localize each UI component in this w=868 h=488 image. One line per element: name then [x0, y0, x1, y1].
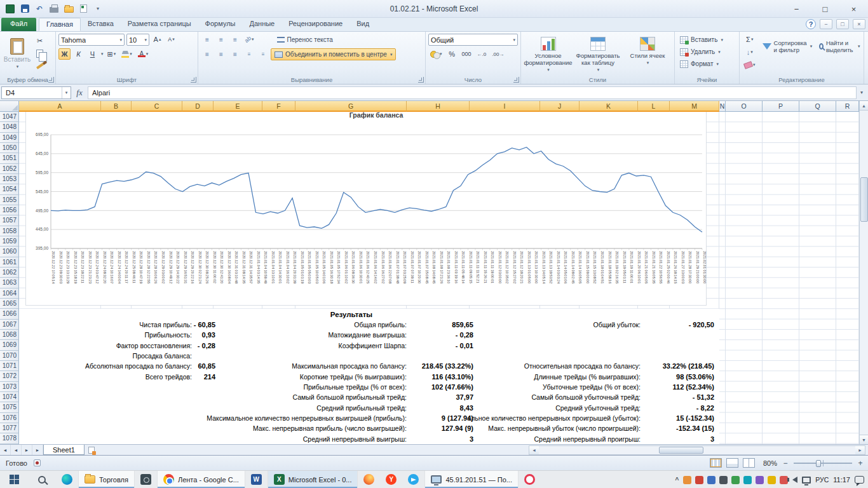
increase-decimal-button[interactable]: ←.0 [475, 48, 489, 60]
minimize-button[interactable]: − [782, 0, 811, 18]
row-header-1055[interactable]: 1055 [0, 195, 19, 205]
zoom-slider-thumb[interactable] [816, 460, 821, 467]
delete-cells-button[interactable]: Удалить▾ [677, 46, 736, 58]
fill-color-button[interactable]: ▾ [119, 48, 134, 60]
borders-button[interactable]: ⊞▾ [105, 48, 118, 60]
row-header-1048[interactable]: 1048 [0, 122, 19, 132]
zoom-in-button[interactable]: + [857, 459, 864, 468]
column-header-R[interactable]: R [836, 101, 859, 112]
network-icon[interactable] [802, 477, 811, 484]
scroll-right-icon[interactable]: ► [855, 446, 865, 454]
tray-app-orange-icon[interactable] [683, 476, 691, 484]
underline-arrow-icon[interactable]: ▾ [101, 51, 104, 57]
language-indicator[interactable]: РУС [815, 476, 829, 484]
column-header-C[interactable]: C [132, 101, 182, 112]
row-header-1070[interactable]: 1070 [0, 351, 19, 361]
tab-Вид[interactable]: Вид [349, 18, 376, 31]
copy-button[interactable] [34, 48, 46, 59]
row-header-1057[interactable]: 1057 [0, 215, 19, 226]
font-size-select[interactable]: 10 ▾ [126, 34, 149, 46]
first-sheet-icon[interactable]: ◄ [0, 445, 11, 455]
column-header-E[interactable]: E [214, 101, 262, 112]
save-icon[interactable] [20, 4, 30, 14]
column-header-Q[interactable]: Q [799, 101, 836, 112]
cut-button[interactable]: ✂ [34, 35, 46, 46]
new-sheet-icon[interactable] [78, 4, 88, 14]
taskbar-opera-button[interactable] [519, 471, 541, 488]
tray-app-yellow-icon[interactable] [768, 476, 776, 484]
balance-chart[interactable]: График баланса695,00645,00595,00545,0049… [25, 112, 707, 306]
percent-format-button[interactable]: % [446, 48, 458, 60]
help-icon[interactable]: ? [806, 19, 816, 29]
row-header-1064[interactable]: 1064 [0, 288, 19, 299]
close-button[interactable]: × [839, 0, 868, 18]
decrease-indent-button[interactable]: ≡ [243, 48, 255, 60]
maximize-button[interactable]: □ [811, 0, 839, 18]
row-header-1067[interactable]: 1067 [0, 320, 19, 330]
scroll-down-icon[interactable]: ▼ [860, 435, 868, 444]
currency-format-button[interactable]: ▾ [428, 48, 444, 60]
cell-styles-button[interactable]: Стили ячеек ▾ [623, 34, 672, 73]
horizontal-scrollbar[interactable]: ◄ ► [529, 445, 865, 455]
tab-Главная[interactable]: Главная [39, 18, 81, 31]
insert-cells-button[interactable]: Вставить▾ [677, 34, 736, 46]
find-select-button[interactable]: Найти и выделить ▾ [816, 34, 864, 59]
expand-formula-bar-icon[interactable]: ▾ [857, 86, 867, 99]
row-header-1063[interactable]: 1063 [0, 278, 19, 288]
alignment-dialog-launcher-icon[interactable] [418, 77, 424, 83]
number-format-select[interactable]: Общий ▾ [428, 34, 518, 46]
row-header-1065[interactable]: 1065 [0, 299, 19, 309]
page-break-view-button[interactable] [743, 458, 755, 468]
format-cells-button[interactable]: Формат▾ [677, 58, 736, 70]
tray-app-teal-icon[interactable] [743, 476, 752, 484]
name-box-arrow-icon[interactable]: ▾ [62, 87, 71, 98]
merge-center-button[interactable]: Объединить и поместить в центре ▾ [271, 48, 396, 60]
align-top-button[interactable]: ≡ [201, 34, 213, 45]
font-name-select[interactable]: Tahoma ▾ [58, 34, 125, 46]
paste-button[interactable]: Вставить ▾ [3, 34, 32, 73]
taskbar-excel-window-button[interactable]: XMicrosoft Excel - 0... [268, 471, 358, 488]
start-button[interactable] [0, 471, 28, 488]
number-dialog-launcher-icon[interactable] [513, 77, 519, 83]
tab-Разметка страницы[interactable]: Разметка страницы [121, 18, 198, 31]
increase-font-button[interactable]: А▴ [151, 34, 163, 45]
row-header-1075[interactable]: 1075 [0, 402, 19, 412]
row-header-1052[interactable]: 1052 [0, 164, 19, 174]
decrease-font-button[interactable]: А▾ [165, 34, 177, 45]
row-header-1073[interactable]: 1073 [0, 382, 19, 392]
tab-Вставка[interactable]: Вставка [81, 18, 121, 31]
taskbar-clock[interactable]: 11:17 [833, 476, 850, 484]
row-header-1072[interactable]: 1072 [0, 371, 19, 381]
row-header-1068[interactable]: 1068 [0, 330, 19, 340]
decrease-decimal-button[interactable]: .00→ [490, 48, 506, 60]
italic-button[interactable]: К [72, 48, 85, 60]
column-header-H[interactable]: H [407, 101, 470, 112]
taskbar-word-button[interactable]: W [245, 471, 268, 488]
align-bottom-button[interactable]: ≡ [229, 34, 241, 45]
scroll-up-icon[interactable]: ▲ [860, 101, 868, 111]
select-all-corner[interactable] [0, 101, 19, 112]
macro-record-icon[interactable] [34, 459, 41, 466]
insert-worksheet-icon[interactable] [85, 445, 98, 455]
column-header-N[interactable]: N [719, 101, 726, 112]
print-icon[interactable] [49, 4, 59, 14]
column-header-A[interactable]: A [19, 101, 101, 112]
clear-button[interactable]: ▾ [742, 59, 757, 71]
tray-app-dark-icon[interactable] [719, 476, 728, 484]
row-header-1069[interactable]: 1069 [0, 340, 19, 350]
row-header-1050[interactable]: 1050 [0, 143, 19, 153]
taskbar-telegram-button[interactable] [402, 471, 424, 488]
taskbar-edge-button[interactable] [56, 471, 78, 488]
vertical-scrollbar[interactable]: ▲ ▼ [859, 101, 868, 444]
column-header-O[interactable]: O [726, 101, 763, 112]
normal-view-button[interactable] [710, 458, 722, 468]
bold-button[interactable]: Ж [58, 48, 71, 60]
name-box[interactable]: D4 ▾ [1, 86, 71, 99]
customize-qat-arrow-icon[interactable]: ▾ [93, 4, 103, 14]
column-header-I[interactable]: I [470, 101, 540, 112]
zoom-level[interactable]: 80% [759, 459, 777, 467]
row-header-1054[interactable]: 1054 [0, 184, 19, 194]
tray-app-blue-icon[interactable] [707, 476, 715, 484]
column-header-B[interactable]: B [101, 101, 132, 112]
scroll-left-icon[interactable]: ◄ [529, 446, 539, 454]
